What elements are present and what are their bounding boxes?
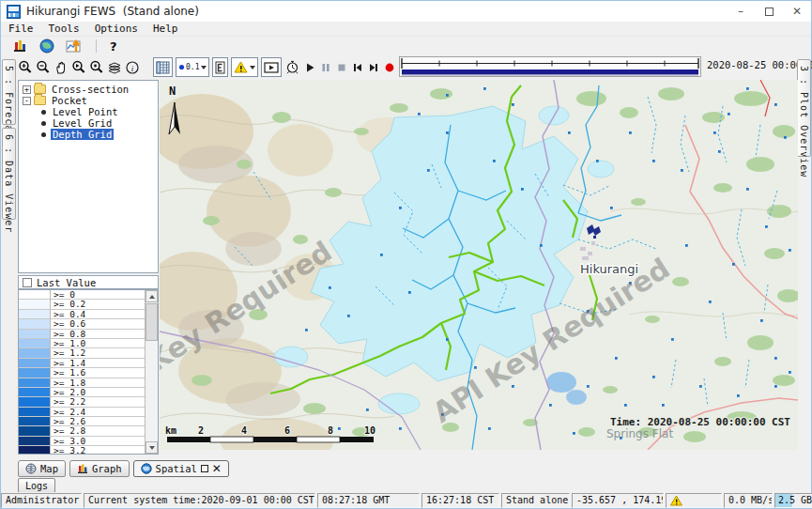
status-coordinates: -35.657 , 174.199 bbox=[572, 493, 664, 508]
tab-graph[interactable]: Graph bbox=[69, 460, 130, 477]
maximize-button[interactable] bbox=[755, 1, 783, 22]
legend-row: >= 2.8 bbox=[19, 426, 145, 436]
layers-icon[interactable] bbox=[107, 58, 122, 76]
legend-table: >= 0 >= 0.2 >= 0.4 >= 0.6 >= 0.8 >= 1.0 … bbox=[18, 289, 159, 455]
app-window: Hikurangi FEWS (Stand alone) – ✕ File To… bbox=[0, 0, 812, 509]
legend-swatch bbox=[19, 348, 51, 358]
legend-swatch bbox=[19, 397, 51, 407]
legend-row: >= 0.6 bbox=[19, 319, 145, 329]
zoom-extent-icon[interactable] bbox=[89, 58, 104, 76]
title-bar: Hikurangi FEWS (Stand alone) – ✕ bbox=[1, 1, 811, 22]
tree-item-pocket[interactable]: - Pocket bbox=[19, 95, 158, 106]
help-button[interactable]: ? bbox=[110, 39, 117, 54]
menu-file[interactable]: File bbox=[1, 23, 41, 35]
open-display-button[interactable] bbox=[261, 57, 282, 77]
record-button[interactable] bbox=[383, 58, 396, 76]
svg-text:N: N bbox=[169, 85, 176, 98]
last-value-checkbox-row[interactable]: Last Value bbox=[18, 275, 159, 289]
tab-map[interactable]: Map bbox=[18, 460, 66, 477]
svg-text:km: km bbox=[165, 425, 176, 436]
legend-row: >= 0.4 bbox=[19, 310, 145, 319]
folder-icon bbox=[34, 85, 46, 94]
menu-options[interactable]: Options bbox=[87, 23, 146, 35]
legend-row: >= 1.4 bbox=[19, 359, 145, 368]
grid-display-button[interactable] bbox=[153, 57, 173, 77]
timeseries-display-icon[interactable] bbox=[65, 38, 83, 55]
menu-help[interactable]: Help bbox=[146, 23, 186, 35]
logs-button[interactable]: Logs bbox=[18, 478, 55, 493]
legend-swatch bbox=[19, 339, 51, 348]
chevron-down-icon[interactable] bbox=[250, 66, 255, 69]
value-labels-button[interactable]: 0.1 bbox=[176, 57, 209, 77]
legend-row: >= 1.6 bbox=[19, 368, 145, 378]
timeline-current-time: 2020-08-25 00:00:00 CST bbox=[707, 59, 801, 70]
legend-swatch bbox=[19, 330, 51, 339]
warnings-button[interactable] bbox=[231, 57, 258, 77]
svg-text:8: 8 bbox=[328, 425, 333, 436]
zoom-out-icon[interactable] bbox=[36, 58, 51, 76]
tab-forecasts[interactable]: 5 : Forecasts bbox=[2, 59, 16, 125]
tab-spatial[interactable]: Spatial ✕ bbox=[133, 460, 229, 477]
chevron-down-icon[interactable] bbox=[201, 66, 207, 69]
legend-swatch bbox=[19, 359, 51, 368]
legend-row: >= 0 bbox=[19, 290, 145, 300]
classification-button[interactable] bbox=[212, 57, 228, 77]
legend-swatch bbox=[19, 378, 51, 388]
step-forward-button[interactable] bbox=[367, 58, 380, 76]
bar-chart-icon bbox=[77, 463, 88, 474]
svg-text:6: 6 bbox=[284, 425, 290, 436]
tree-item-depth-grid[interactable]: Depth Grid bbox=[19, 129, 158, 140]
scroll-up-icon[interactable] bbox=[146, 290, 158, 302]
legend-row: >= 2.0 bbox=[19, 388, 145, 397]
tab-data-viewer[interactable]: 6 : Data Viewer bbox=[2, 128, 16, 220]
map-canvas[interactable]: API Key Required API Key Required N km 2… bbox=[160, 80, 798, 450]
zoom-previous-icon[interactable] bbox=[71, 58, 86, 76]
svg-text:10: 10 bbox=[364, 425, 375, 436]
legend-row: >= 0.8 bbox=[19, 330, 145, 339]
globe-explorer-icon[interactable] bbox=[38, 38, 55, 55]
tree-item-level-point[interactable]: Level Point bbox=[19, 106, 158, 117]
legend-row: >= 1.0 bbox=[19, 339, 145, 348]
status-warning-cell[interactable] bbox=[666, 493, 722, 508]
place-label-springs-flat: Springs Flat bbox=[606, 427, 673, 440]
zoom-in-icon[interactable] bbox=[18, 58, 33, 76]
legend-scrollbar[interactable] bbox=[145, 290, 158, 454]
play-button[interactable] bbox=[303, 58, 316, 76]
tab-plot-overview[interactable]: 3 : Plot Overview bbox=[797, 59, 811, 157]
info-icon[interactable]: i bbox=[125, 58, 140, 76]
node-bullet-icon bbox=[41, 121, 46, 126]
menu-tools[interactable]: Tools bbox=[41, 23, 87, 35]
close-panel-icon[interactable]: ✕ bbox=[212, 465, 222, 472]
last-value-checkbox[interactable] bbox=[23, 278, 32, 287]
legend-swatch bbox=[19, 290, 51, 300]
pan-hand-icon[interactable] bbox=[54, 58, 69, 76]
node-bullet-icon bbox=[41, 132, 46, 137]
step-back-button[interactable] bbox=[351, 58, 364, 76]
stop-button[interactable] bbox=[335, 58, 348, 76]
status-memory: 2.5 GB bbox=[774, 493, 812, 508]
database-chart-icon[interactable] bbox=[10, 38, 28, 55]
svg-text:i: i bbox=[131, 63, 134, 72]
legend-swatch bbox=[19, 437, 51, 446]
window-title: Hikurangi FEWS (Stand alone) bbox=[26, 5, 199, 18]
scroll-down-icon[interactable] bbox=[146, 441, 158, 454]
expand-icon[interactable]: + bbox=[23, 85, 31, 94]
close-button[interactable]: ✕ bbox=[783, 1, 811, 22]
node-bullet-icon bbox=[41, 110, 46, 115]
scrollbar-thumb[interactable] bbox=[146, 303, 158, 341]
legend-row: >= 3.2 bbox=[19, 446, 145, 455]
maximize-panel-icon[interactable] bbox=[201, 465, 208, 472]
animation-timer-icon[interactable] bbox=[284, 58, 300, 76]
timeline-slider[interactable] bbox=[399, 56, 701, 77]
status-local-time: 16:27:18 CST bbox=[421, 493, 499, 508]
pause-button[interactable] bbox=[319, 58, 332, 76]
legend-swatch bbox=[19, 426, 51, 436]
tree-item-level-grid[interactable]: Level Grid bbox=[19, 117, 158, 129]
map-view[interactable]: API Key Required API Key Required N km 2… bbox=[160, 80, 798, 450]
menu-bar: File Tools Options Help bbox=[1, 22, 811, 37]
map-toolbar: i 0.1 bbox=[18, 55, 393, 79]
layers-tree-panel: + Cross-section - Pocket Level Point Lev… bbox=[18, 80, 159, 273]
legend-swatch bbox=[19, 319, 51, 329]
collapse-icon[interactable]: - bbox=[23, 97, 31, 105]
minimize-button[interactable]: – bbox=[727, 1, 755, 22]
